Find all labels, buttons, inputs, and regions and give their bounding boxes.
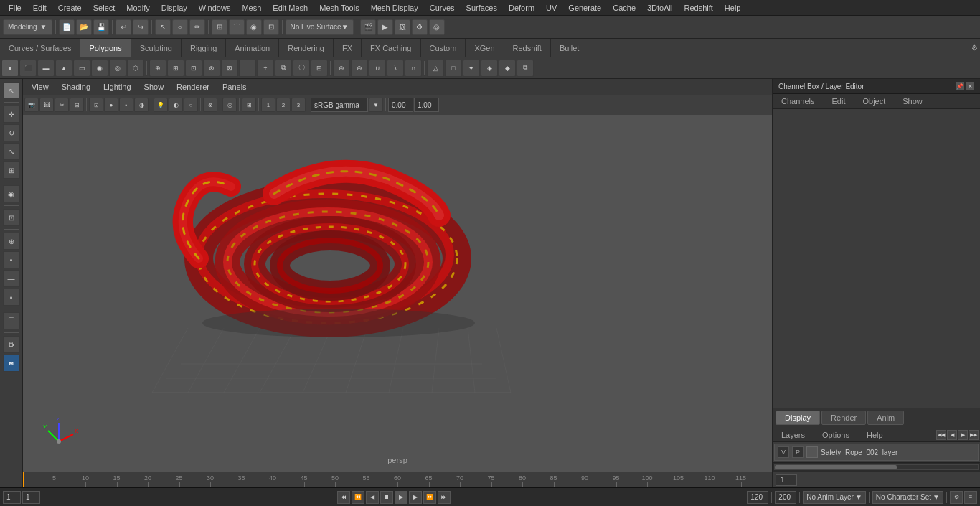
undo-btn[interactable]: ↩ bbox=[116, 19, 131, 35]
shelf-platonic-btn[interactable]: ⬡ bbox=[127, 60, 144, 77]
shelf-duplicate-btn[interactable]: ⧉ bbox=[517, 60, 534, 77]
pb-extra-btn[interactable]: ≡ bbox=[964, 491, 977, 504]
hypershade-btn[interactable]: ◎ bbox=[429, 19, 445, 35]
dra-tab-render[interactable]: Render bbox=[821, 411, 866, 425]
menu-surfaces[interactable]: Surfaces bbox=[461, 2, 503, 14]
cb-tab-channels[interactable]: Channels bbox=[773, 94, 823, 108]
channel-box-close-btn[interactable]: ✕ bbox=[966, 82, 974, 90]
pb-go-end-btn[interactable]: ⏭ bbox=[438, 491, 451, 504]
layer-tab-help[interactable]: Help bbox=[858, 428, 892, 441]
snap-grid-btn[interactable]: ⊞ bbox=[212, 19, 227, 35]
viewport[interactable]: View Shading Lighting Show Renderer Pane… bbox=[23, 79, 772, 472]
viewport-menu-view[interactable]: View bbox=[26, 81, 55, 93]
pb-stop-btn[interactable]: ⏹ bbox=[380, 491, 393, 504]
menu-generate[interactable]: Generate bbox=[562, 2, 607, 14]
pb-settings-btn[interactable]: ⚙ bbox=[950, 491, 963, 504]
snap-pts-btn[interactable]: ⊡ bbox=[3, 209, 20, 226]
snap-curve-btn[interactable]: ⌒ bbox=[229, 19, 245, 35]
ipr-btn[interactable]: ▶ bbox=[377, 19, 393, 35]
dra-tab-anim[interactable]: Anim bbox=[867, 411, 904, 425]
menu-help[interactable]: Help bbox=[719, 2, 747, 14]
save-scene-btn[interactable]: 💾 bbox=[93, 19, 109, 35]
cb-tab-edit[interactable]: Edit bbox=[823, 94, 854, 108]
snap-pt-btn[interactable]: ◉ bbox=[246, 19, 262, 35]
current-frame-display[interactable]: 1 bbox=[22, 491, 40, 504]
viewport-menu-lighting[interactable]: Lighting bbox=[98, 81, 137, 93]
shelf-cube-btn[interactable]: ⬛ bbox=[19, 60, 37, 77]
tab-rigging[interactable]: Rigging bbox=[182, 39, 226, 57]
shelf-offset-btn[interactable]: ⧉ bbox=[275, 60, 292, 77]
vert-mode-btn[interactable]: • bbox=[3, 251, 20, 268]
layer-tab-options[interactable]: Options bbox=[814, 428, 858, 441]
menu-edit-mesh[interactable]: Edit Mesh bbox=[267, 2, 314, 14]
cb-tab-object[interactable]: Object bbox=[854, 94, 894, 108]
snap-view-btn[interactable]: ⊡ bbox=[263, 19, 279, 35]
paint-sel-btn[interactable]: ✏ bbox=[189, 19, 205, 35]
tab-fx[interactable]: FX bbox=[334, 39, 362, 57]
tab-xgen[interactable]: XGen bbox=[466, 39, 504, 57]
viewport-menu-renderer[interactable]: Renderer bbox=[171, 81, 215, 93]
tab-sculpting[interactable]: Sculpting bbox=[131, 39, 182, 57]
render-settings-btn[interactable]: ⚙ bbox=[412, 19, 428, 35]
layer-visibility-btn[interactable]: V bbox=[778, 446, 789, 458]
shelf-bool-union-btn[interactable]: ∪ bbox=[369, 60, 386, 77]
viewport-menu-panels[interactable]: Panels bbox=[217, 81, 253, 93]
menu-select[interactable]: Select bbox=[88, 2, 121, 14]
edge-mode-btn[interactable]: — bbox=[3, 270, 20, 287]
new-scene-btn[interactable]: 📄 bbox=[59, 19, 75, 35]
open-scene-btn[interactable]: 📂 bbox=[76, 19, 92, 35]
comp-mode-btn[interactable]: ⊕ bbox=[3, 233, 20, 250]
shelf-tri-btn[interactable]: △ bbox=[427, 60, 444, 77]
shelf-wedge-btn[interactable]: ◆ bbox=[499, 60, 516, 77]
viewport-menu-show[interactable]: Show bbox=[138, 81, 170, 93]
pb-next-key-btn[interactable]: ▶ bbox=[409, 491, 422, 504]
viewport-menu-shading[interactable]: Shading bbox=[56, 81, 96, 93]
layer-scrollbar-track[interactable] bbox=[774, 464, 979, 470]
layer-playback-btn[interactable]: P bbox=[792, 446, 804, 458]
frame-field[interactable]: 1 bbox=[776, 474, 797, 486]
maya-logo-btn[interactable]: M bbox=[3, 355, 20, 372]
tab-curves-surfaces[interactable]: Curves / Surfaces bbox=[0, 39, 80, 57]
anim-layer-dropdown[interactable]: No Anim Layer ▼ bbox=[803, 491, 866, 504]
shelf-cleanup-btn[interactable]: ✦ bbox=[463, 60, 480, 77]
shelf-quad-btn[interactable]: □ bbox=[445, 60, 462, 77]
shelf-cyl-btn[interactable]: ▬ bbox=[37, 60, 55, 77]
vt-cam-btn[interactable]: 📷 bbox=[24, 98, 39, 112]
lasso-btn[interactable]: ○ bbox=[172, 19, 188, 35]
tab-redshift[interactable]: Redshift bbox=[504, 39, 551, 57]
scale-tool-btn[interactable]: ⤡ bbox=[3, 143, 20, 160]
menu-uv[interactable]: UV bbox=[540, 2, 562, 14]
vt-img-btn[interactable]: 🖼 bbox=[39, 98, 54, 112]
soft-sel-btn[interactable]: ◉ bbox=[3, 185, 20, 202]
face-mode-btn[interactable]: ▪ bbox=[3, 289, 20, 306]
channel-box-pin-btn[interactable]: 📌 bbox=[956, 82, 964, 90]
menu-edit[interactable]: Edit bbox=[27, 2, 52, 14]
pb-prev-key-btn[interactable]: ◀ bbox=[366, 491, 379, 504]
layer-end-btn[interactable]: ▶▶ bbox=[969, 430, 979, 440]
menu-deform[interactable]: Deform bbox=[503, 2, 540, 14]
render-view-btn[interactable]: 🖼 bbox=[395, 19, 410, 35]
shelf-split-btn[interactable]: ⋮ bbox=[239, 60, 256, 77]
transform-tool-btn[interactable]: ⊞ bbox=[3, 161, 20, 179]
tab-settings-btn[interactable]: ⚙ bbox=[969, 39, 980, 57]
layer-prev-btn[interactable]: ◀ bbox=[947, 430, 957, 440]
shelf-merge-btn[interactable]: ⊗ bbox=[203, 60, 220, 77]
tab-polygons[interactable]: Polygons bbox=[80, 39, 131, 57]
shelf-cone-btn[interactable]: ▲ bbox=[55, 60, 72, 77]
shelf-sphere-btn[interactable]: ● bbox=[1, 60, 19, 77]
live-surface-dropdown[interactable]: No Live Surface ▼ bbox=[286, 19, 354, 35]
pb-go-start-btn[interactable]: ⏮ bbox=[337, 491, 350, 504]
tab-bullet[interactable]: Bullet bbox=[551, 39, 589, 57]
menu-3dtall[interactable]: 3DtoAll bbox=[641, 2, 678, 14]
tab-custom[interactable]: Custom bbox=[421, 39, 466, 57]
cb-tab-show[interactable]: Show bbox=[894, 94, 931, 108]
total-frames-field[interactable]: 200 bbox=[775, 491, 796, 504]
select-tool-btn[interactable]: ↖ bbox=[3, 82, 20, 99]
shelf-bool-int-btn[interactable]: ∩ bbox=[405, 60, 422, 77]
shelf-fill-btn[interactable]: ⊠ bbox=[221, 60, 238, 77]
menu-modify[interactable]: Modify bbox=[121, 2, 155, 14]
render-btn[interactable]: 🎬 bbox=[360, 19, 376, 35]
shelf-poke-btn[interactable]: ◈ bbox=[481, 60, 498, 77]
menu-redshift[interactable]: Redshift bbox=[678, 2, 718, 14]
shelf-bevel-btn[interactable]: ⊡ bbox=[185, 60, 202, 77]
